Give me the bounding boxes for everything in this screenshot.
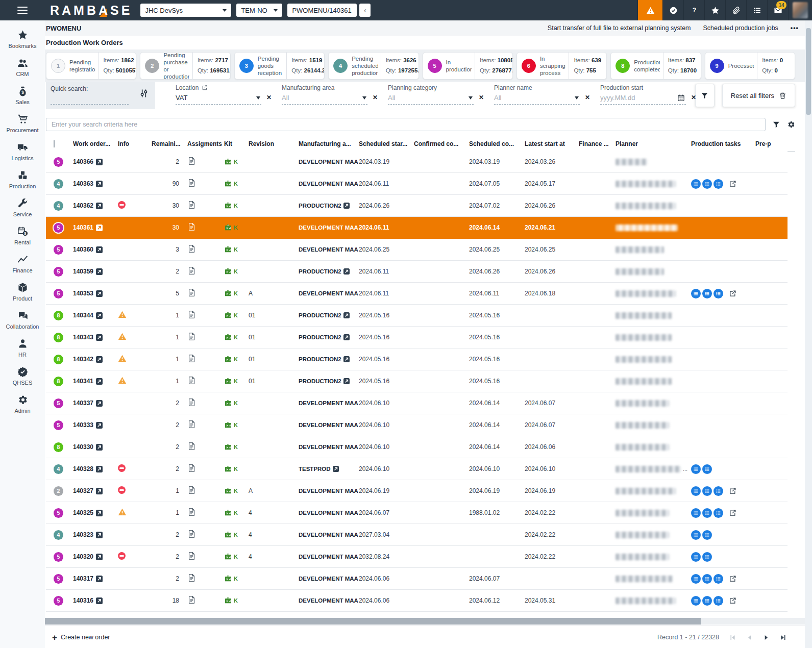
kit-cell[interactable]: K [224,377,249,385]
open-area-icon[interactable] [343,378,350,384]
filter-field-production-start[interactable]: Production startyyyy.MM.dd✕ [600,82,686,109]
production-task-icon[interactable] [713,596,723,606]
kit-cell[interactable]: K [224,223,249,232]
production-task-icon[interactable] [691,596,701,606]
production-task-icon[interactable] [691,486,701,496]
doc-icon[interactable] [187,530,196,538]
kit-cell[interactable]: K [224,509,249,517]
status-card-1[interactable]: 1Pending registrationItems: 1862Qty: 501… [46,52,136,80]
production-task-icon[interactable] [691,530,701,540]
sidebar-item-crm[interactable]: CRM [0,54,45,82]
last-page-icon[interactable] [780,634,786,641]
prev-page-icon[interactable] [746,634,753,641]
kit-cell[interactable]: K [224,355,249,363]
doc-icon[interactable] [187,376,196,385]
open-work-order-icon[interactable] [96,510,103,516]
vertical-scrollbar[interactable] [805,20,812,648]
start-transfer-action[interactable]: Start transfer of full file to external … [548,24,691,32]
column-header-confirmed-co[interactable]: Confirmed co... [414,140,469,147]
doc-icon[interactable] [187,157,196,165]
table-row[interactable]: 81403302KDEVELOPMENT MAA2024.06.102024.0… [46,436,788,458]
sidebar-item-qhses[interactable]: QHSES [0,362,45,390]
clear-filter-icon[interactable]: ✕ [585,94,590,101]
seal-check-button[interactable] [662,0,683,20]
kit-cell[interactable]: K [224,202,249,210]
sidebar-item-product[interactable]: Product [0,278,45,306]
quick-search[interactable]: Quick search: [46,82,155,109]
open-work-order-icon[interactable] [96,356,103,363]
ext-link-icon[interactable] [729,180,736,188]
table-row[interactable]: 41403232K4DEVELOPMENT MAA2027.03.042024.… [46,524,788,546]
open-area-icon[interactable] [343,203,350,209]
doc-icon[interactable] [187,354,196,363]
doc-icon[interactable] [187,266,196,275]
open-work-order-icon[interactable] [96,334,103,341]
column-header-scheduled-co[interactable]: Scheduled co... [469,140,525,147]
production-task-icon[interactable] [713,486,723,496]
kit-cell[interactable]: K [224,267,249,276]
doc-icon[interactable] [187,244,196,253]
open-area-icon[interactable] [343,312,350,318]
production-task-icon[interactable] [713,179,723,189]
first-page-icon[interactable] [729,634,736,641]
kit-cell[interactable]: K [224,333,249,341]
table-row[interactable]: 51403603KDEVELOPMENT MAA2024.06.252024.0… [46,239,788,261]
table-row[interactable]: 51403251K4DEVELOPMENT MAA2024.06.071988.… [46,502,788,524]
kit-cell[interactable]: K [224,465,249,473]
doc-icon[interactable] [187,574,196,582]
kit-cell[interactable]: K [224,553,249,561]
table-row[interactable]: 41403282KTESTPROD2024.06.102024.06.10202… [46,458,788,480]
kit-cell[interactable]: K [224,596,249,605]
production-task-icon[interactable] [691,574,701,584]
doc-icon[interactable] [187,508,196,516]
open-work-order-icon[interactable] [96,203,103,209]
table-row[interactable]: 514031618KDEVELOPMENT MAA2024.06.062024.… [46,590,788,612]
avatar[interactable] [788,0,812,20]
column-header-revision[interactable]: Revision [249,140,299,147]
table-row[interactable]: 81403441K01PRODUCTION22024.05.162024.05.… [46,305,788,327]
sliders-icon[interactable] [139,88,149,98]
status-card-5[interactable]: 5In productionItems: 10805Qty: 276877.7 [423,52,513,80]
sidebar-item-rental[interactable]: $Rental [0,222,45,250]
hamburger-menu-icon[interactable] [0,7,45,14]
status-card-4[interactable]: 4Pending scheduled productionItems: 3626… [328,52,419,80]
ext-link-icon[interactable] [729,509,736,517]
column-header-assigments[interactable]: Assigments [187,140,224,147]
production-task-icon[interactable] [702,289,712,298]
sidebar-item-procurement[interactable]: Procurement [0,110,45,138]
table-row[interactable]: 51403592KPRODUCTION22024.06.112024.06.26… [46,261,788,283]
next-page-icon[interactable] [763,634,770,641]
table-row[interactable]: 414036390KDEVELOPMENT MAA2024.06.112024.… [46,173,788,195]
status-card-2[interactable]: 2Pending purchase or productionItems: 27… [140,52,230,80]
status-card-6[interactable]: 6In scrapping processItems: 639Qty: 755 [516,52,607,80]
clear-filter-icon[interactable]: ✕ [266,94,272,101]
kit-cell[interactable]: K [224,443,249,451]
kit-cell[interactable]: K [224,575,249,583]
table-row[interactable]: 514036130KDEVELOPMENT MAA2024.06.112024.… [46,217,788,239]
production-task-icon[interactable] [702,530,712,540]
kit-cell[interactable]: K [224,487,249,495]
table-row[interactable]: 81403421K01PRODUCTION22024.05.162024.05.… [46,348,788,370]
help-button[interactable]: ? [683,0,704,20]
create-new-order-button[interactable]: + Create new order [52,633,110,642]
column-header-work-order[interactable]: Work order... [73,140,118,147]
kit-cell[interactable]: K [224,531,249,539]
horizontal-scrollbar[interactable] [45,618,805,625]
production-task-icon[interactable] [702,179,712,189]
kit-cell[interactable]: K [224,421,249,429]
checkbox-icon[interactable] [54,140,55,147]
open-work-order-icon[interactable] [96,466,103,472]
table-row[interactable]: 21403271KADEVELOPMENT MAA2024.06.192024.… [46,480,788,502]
doc-icon[interactable] [187,179,196,187]
production-task-icon[interactable] [691,508,701,518]
table-row[interactable]: 51403332KDEVELOPMENT MAA2024.06.102024.0… [46,414,788,436]
sidebar-item-finance[interactable]: Finance [0,250,45,278]
open-area-icon[interactable] [333,466,339,472]
production-task-icon[interactable] [713,574,723,584]
table-row[interactable]: 51403662KDEVELOPMENT MAA2024.03.192024.0… [46,151,788,173]
column-header-planner[interactable]: Planner [616,140,691,147]
module-select[interactable]: TEM-NO [236,4,282,17]
column-header-remaini[interactable]: Remaini... [152,140,187,147]
sidebar-item-hr[interactable]: HR [0,334,45,362]
doc-icon[interactable] [187,420,196,429]
